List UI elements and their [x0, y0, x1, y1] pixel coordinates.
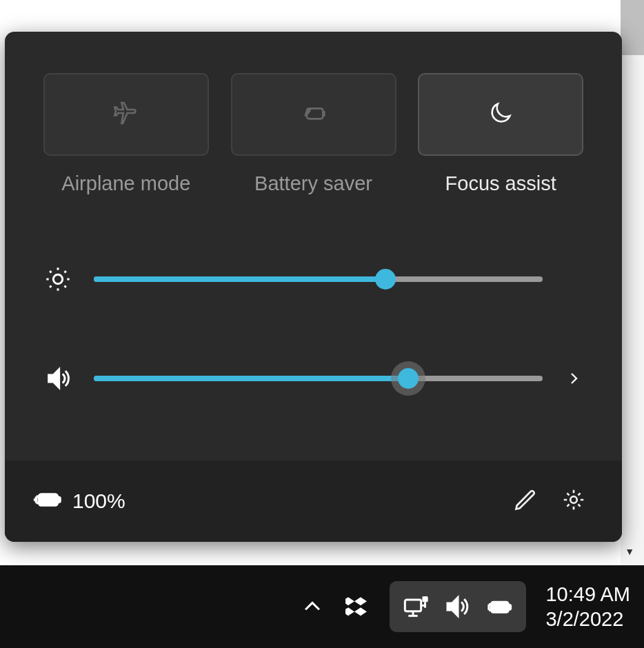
sliders-section — [5, 223, 622, 414]
quick-action-tiles: Airplane mode Battery saver — [5, 32, 622, 195]
network-icon — [401, 591, 432, 622]
battery-percent-label: 100% — [72, 489, 125, 513]
volume-slider[interactable] — [94, 376, 543, 381]
pencil-icon — [513, 487, 538, 515]
quick-settings-footer: 100% — [5, 460, 622, 542]
tray-overflow-button[interactable] — [296, 590, 329, 623]
power-tray-icon — [483, 591, 515, 622]
quick-settings-panel: Airplane mode Battery saver — [5, 32, 622, 542]
volume-tray-icon — [442, 591, 474, 622]
airplane-icon — [112, 99, 140, 130]
battery-status[interactable]: 100% — [32, 484, 125, 519]
dropbox-tray-icon[interactable] — [343, 590, 376, 623]
chevron-up-icon — [301, 595, 324, 618]
svg-marker-11 — [49, 369, 59, 388]
focus-assist-label: Focus assist — [445, 172, 556, 195]
plugged-battery-icon — [32, 484, 63, 519]
gear-icon — [561, 487, 586, 515]
svg-line-7 — [50, 271, 51, 272]
volume-output-button[interactable] — [563, 370, 584, 387]
leaf-battery-icon — [300, 99, 328, 130]
svg-marker-21 — [447, 598, 458, 616]
svg-rect-15 — [405, 600, 421, 611]
svg-line-10 — [65, 271, 66, 272]
battery-saver-toggle[interactable] — [231, 73, 396, 156]
svg-rect-23 — [509, 605, 511, 610]
brightness-slider[interactable] — [94, 276, 543, 282]
brightness-row — [43, 264, 584, 294]
svg-rect-13 — [58, 497, 61, 502]
taskbar-time: 10:49 AM — [545, 582, 630, 607]
brightness-icon — [43, 264, 73, 294]
svg-rect-22 — [492, 602, 509, 612]
svg-rect-1 — [323, 111, 325, 117]
dropbox-icon — [345, 593, 373, 620]
airplane-mode-label: Airplane mode — [61, 172, 190, 195]
settings-button[interactable] — [553, 480, 594, 522]
scrollbar-track[interactable] — [621, 55, 644, 565]
system-tray-group[interactable] — [390, 581, 526, 632]
taskbar-date: 3/2/2022 — [545, 607, 623, 631]
focus-assist-toggle[interactable] — [418, 73, 583, 156]
svg-rect-18 — [423, 596, 428, 602]
dropdown-indicator-icon: ▼ — [625, 546, 634, 557]
scrollbar-thumb[interactable] — [621, 0, 644, 55]
taskbar: 10:49 AM 3/2/2022 — [0, 565, 644, 648]
battery-saver-item: Battery saver — [230, 73, 397, 195]
svg-rect-12 — [39, 494, 58, 505]
volume-row — [43, 363, 584, 394]
taskbar-clock[interactable]: 10:49 AM 3/2/2022 — [545, 582, 630, 632]
focus-assist-item: Focus assist — [417, 73, 584, 195]
battery-saver-label: Battery saver — [254, 172, 372, 195]
svg-line-8 — [65, 286, 66, 287]
svg-point-2 — [53, 274, 62, 283]
moon-icon — [487, 99, 514, 130]
airplane-mode-item: Airplane mode — [43, 73, 210, 195]
airplane-mode-toggle[interactable] — [43, 73, 209, 156]
speaker-icon[interactable] — [43, 363, 73, 394]
edit-quick-settings-button[interactable] — [505, 480, 546, 522]
svg-line-9 — [50, 286, 51, 287]
svg-point-14 — [570, 496, 577, 503]
